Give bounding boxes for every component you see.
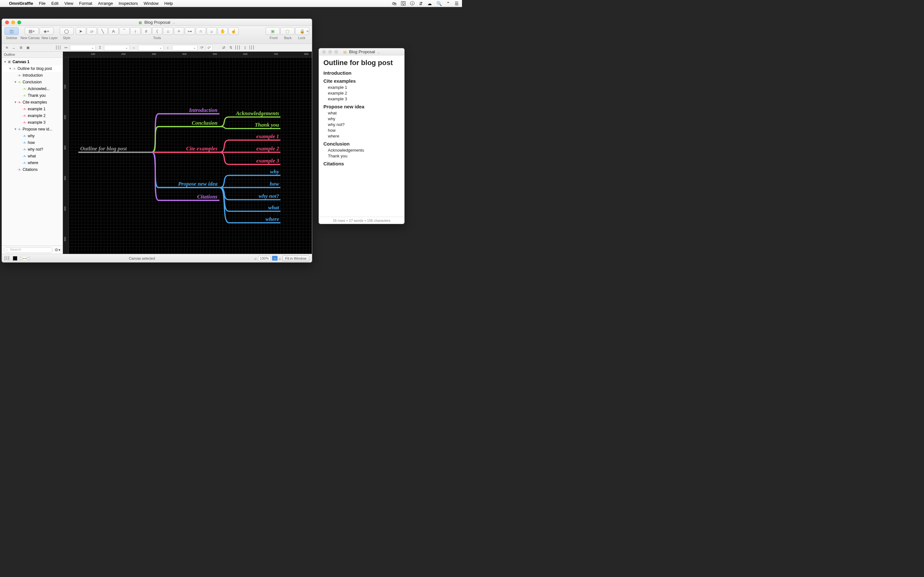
menu-window[interactable]: Window xyxy=(144,1,158,6)
tool-point[interactable]: ✧ xyxy=(174,27,184,35)
outline-titlebar[interactable]: ▤ Blog Proposal ⌄ xyxy=(319,48,404,55)
zoom-button[interactable] xyxy=(17,21,21,24)
outline-item[interactable]: how xyxy=(328,128,400,133)
stroke-swatch[interactable] xyxy=(20,256,29,261)
guide-icon[interactable]: ↦ xyxy=(63,45,69,51)
w-field[interactable]: ⌄ xyxy=(138,45,164,51)
tool-pen[interactable]: ⌒ xyxy=(120,27,129,35)
fit-button[interactable]: Fit in Window xyxy=(282,255,309,261)
disclosure-triangle[interactable]: ▼ xyxy=(13,127,17,131)
tree-row[interactable]: -A-example 1 xyxy=(2,105,63,112)
new-canvas-button[interactable]: ▤+ xyxy=(25,27,39,35)
tree-row[interactable]: -A-Acknowled... xyxy=(2,85,63,92)
flip-v-icon[interactable]: ⇅ xyxy=(228,45,234,51)
tool-line[interactable]: ╲ xyxy=(97,27,108,35)
outline-section[interactable]: Cite examples xyxy=(323,78,400,84)
disclosure-triangle[interactable]: ▼ xyxy=(13,81,17,84)
outline-item[interactable]: what xyxy=(328,111,400,115)
outline-item[interactable]: why not? xyxy=(328,122,400,127)
bag-icon[interactable]: 🛍 xyxy=(392,1,397,6)
q-icon[interactable]: Q xyxy=(401,1,405,5)
tree-row[interactable]: -A-example 3 xyxy=(2,119,63,126)
ow-chevron-icon[interactable]: ⌄ xyxy=(377,50,380,54)
tree-row[interactable]: -A-how xyxy=(2,139,63,146)
outline-section[interactable]: Conclusion xyxy=(323,141,400,147)
tree-row[interactable]: -A-Introduction xyxy=(2,72,63,79)
chevron-down-icon[interactable]: ⌄ xyxy=(173,21,175,24)
rotation-field[interactable]: 0° xyxy=(206,45,213,51)
outline-item[interactable]: where xyxy=(328,134,400,139)
tool-grid[interactable]: # xyxy=(141,27,152,35)
tree-row[interactable]: -A-why not? xyxy=(2,146,63,153)
cols-icon[interactable]: ⎢⎢⎢ xyxy=(5,256,10,260)
outline-item[interactable]: Acknowledgements xyxy=(328,148,400,153)
wifi-icon[interactable]: ⌃ xyxy=(446,1,450,6)
sidebar-toggle[interactable]: ◫ xyxy=(5,27,19,35)
front-button[interactable]: ▣ xyxy=(266,27,280,35)
tool-zoom[interactable]: ⌕ xyxy=(207,27,217,35)
sidebar-tab[interactable]: Outline xyxy=(2,52,63,58)
minimize-button[interactable] xyxy=(11,21,15,24)
tree-row[interactable]: -A-why xyxy=(2,132,63,139)
menu-arrange[interactable]: Arrange xyxy=(98,1,113,6)
zoom-field[interactable]: 100% xyxy=(258,256,271,261)
menu-view[interactable]: View xyxy=(64,1,73,6)
fill-swatch[interactable] xyxy=(13,256,17,261)
tool-shape[interactable]: ▱ xyxy=(87,27,97,35)
tool-text[interactable]: A xyxy=(108,27,119,35)
tool-brush[interactable]: ⟨ xyxy=(152,27,162,35)
new-layer-button[interactable]: ◈+ xyxy=(39,27,53,35)
toolbar-overflow[interactable]: » xyxy=(306,29,309,33)
outline-item[interactable]: Thank you xyxy=(328,153,400,158)
ow-close[interactable] xyxy=(322,50,326,54)
outline-section[interactable]: Introduction xyxy=(323,70,400,76)
titlebar[interactable]: ▦ Blog Proposal ⌄ xyxy=(2,19,312,26)
tree-row[interactable]: ▼-A-Conclusion xyxy=(2,79,63,85)
search-input[interactable]: ⌕ Search xyxy=(4,247,53,253)
sync-icon[interactable]: ⇵ xyxy=(419,1,423,6)
tree-row[interactable]: -A-Citations xyxy=(2,166,63,173)
rotate-icon[interactable]: ⟳ xyxy=(199,45,205,51)
close-button[interactable] xyxy=(5,21,9,24)
disclosure-triangle[interactable]: ▼ xyxy=(8,67,12,70)
back-button[interactable]: ▢ xyxy=(280,27,294,35)
tree-row[interactable]: -A-Thank you xyxy=(2,92,63,99)
align-h-icon[interactable]: ⎢⎢⎢ xyxy=(235,45,241,51)
x-field[interactable]: ⌄ xyxy=(70,45,95,51)
ow-max[interactable] xyxy=(334,50,338,54)
distribute-icon[interactable]: ≣ xyxy=(18,45,24,51)
disclosure-triangle[interactable]: ▼ xyxy=(3,60,7,63)
menu-inspectors[interactable]: Inspectors xyxy=(119,1,138,6)
group-icon[interactable]: ▣ xyxy=(25,45,31,51)
menu-file[interactable]: File xyxy=(39,1,45,6)
menu-format[interactable]: Format xyxy=(79,1,92,6)
cloud-icon[interactable]: ☁︎ xyxy=(427,1,432,6)
menu-icon[interactable]: ☰ xyxy=(455,1,459,6)
tool-action[interactable]: ☝ xyxy=(228,27,239,35)
flip-h-icon[interactable]: ⇄ xyxy=(221,45,227,51)
menu-help[interactable]: Help xyxy=(164,1,173,6)
tool-select[interactable]: ➤ xyxy=(76,27,86,35)
outline-item[interactable]: example 3 xyxy=(328,97,400,101)
dist-icon[interactable]: ⎢⎢⎢ xyxy=(249,45,255,51)
spotlight-icon[interactable]: 🔍 xyxy=(436,1,442,6)
y-field[interactable]: ⌄ xyxy=(104,45,129,51)
canvas[interactable]: Outline for blog postIntroductionConclus… xyxy=(69,57,312,254)
app-name[interactable]: OmniGraffle xyxy=(9,1,33,6)
zoom-dropdown[interactable]: ⌄ xyxy=(272,256,278,261)
tree-row[interactable]: -A-what xyxy=(2,153,63,159)
h-field[interactable]: ⌄ xyxy=(172,45,198,51)
style-button[interactable]: ◯ xyxy=(60,27,74,35)
tool-hand[interactable]: ✋ xyxy=(218,27,228,35)
tool-stamp[interactable]: ⌂ xyxy=(163,27,173,35)
tree-row[interactable]: ▼-A-Outline for blog post xyxy=(2,65,63,72)
vmove-icon[interactable]: ↧ xyxy=(97,45,103,51)
tool-magnet[interactable]: ∩ xyxy=(196,27,206,35)
width-icon[interactable]: ↔ xyxy=(131,45,137,51)
menu-edit[interactable]: Edit xyxy=(51,1,58,6)
outline-item[interactable]: example 1 xyxy=(328,85,400,90)
tree-row[interactable]: -A-example 2 xyxy=(2,112,63,119)
ow-min[interactable] xyxy=(328,50,332,54)
zoom-in-icon[interactable]: ⌕ xyxy=(279,256,281,260)
outline-item[interactable]: example 2 xyxy=(328,91,400,95)
